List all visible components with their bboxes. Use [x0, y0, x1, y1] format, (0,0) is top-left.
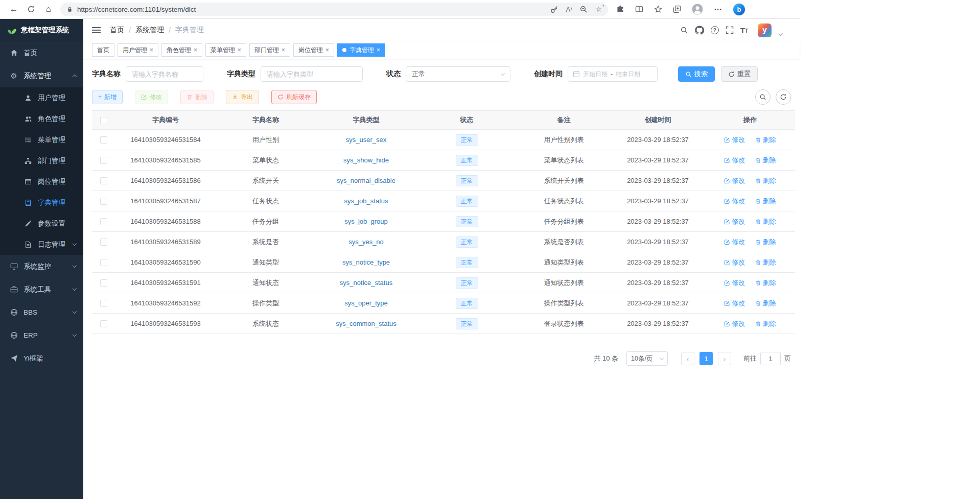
search-button[interactable]: 搜索 [678, 66, 715, 82]
date-range-picker[interactable]: 开始日期 - 结束日期 [568, 66, 658, 82]
tab-menu-mgmt[interactable]: 菜单管理× [205, 43, 246, 57]
tab-home[interactable]: 首页 [92, 43, 114, 57]
dict-type-link[interactable]: sys_yes_no [348, 238, 384, 246]
row-checkbox[interactable] [100, 157, 107, 164]
sidebar-item-system-tools[interactable]: 系统工具 [0, 278, 83, 301]
row-delete-link[interactable]: 删除 [755, 258, 776, 267]
status-select[interactable]: 正常 [406, 66, 510, 82]
row-delete-link[interactable]: 删除 [755, 237, 776, 247]
row-checkbox[interactable] [100, 136, 107, 144]
close-icon[interactable]: × [325, 47, 329, 53]
close-icon[interactable]: × [194, 47, 197, 53]
row-checkbox[interactable] [100, 279, 107, 287]
sidebar-item-system-mgmt[interactable]: ⚙ 系统管理 [0, 64, 83, 87]
sidebar-item-erp[interactable]: ERP [0, 324, 83, 347]
row-edit-link[interactable]: 修改 [724, 258, 745, 267]
row-edit-link[interactable]: 修改 [724, 299, 745, 308]
password-key-icon[interactable] [550, 5, 558, 13]
goto-page-input[interactable] [760, 352, 781, 365]
row-edit-link[interactable]: 修改 [724, 176, 745, 185]
tab-role-mgmt[interactable]: 角色管理× [161, 43, 202, 57]
sidebar-item-home[interactable]: 首页 [0, 41, 83, 64]
date-start-placeholder[interactable]: 开始日期 [583, 70, 608, 79]
reload-button[interactable] [22, 2, 40, 16]
github-icon[interactable] [695, 26, 704, 35]
sidebar-item-yi-framework[interactable]: Yi框架 [0, 347, 83, 370]
row-edit-link[interactable]: 修改 [724, 278, 745, 288]
sidebar-item-post-mgmt[interactable]: 岗位管理 [0, 171, 83, 192]
row-checkbox[interactable] [100, 239, 107, 246]
favorites-icon[interactable] [654, 5, 662, 13]
date-end-placeholder[interactable]: 结束日期 [616, 70, 640, 79]
row-edit-link[interactable]: 修改 [724, 197, 745, 206]
page-size-select[interactable]: 10条/页 [626, 351, 668, 366]
dict-type-link[interactable]: sys_common_status [336, 320, 396, 327]
row-delete-link[interactable]: 删除 [755, 299, 776, 308]
row-delete-link[interactable]: 删除 [755, 156, 776, 165]
tab-dept-mgmt[interactable]: 部门管理× [249, 43, 290, 57]
browser-home-button[interactable]: ⌂ [40, 2, 57, 16]
address-bar[interactable]: https://ccnetcore.com:1101/system/dict A… [60, 3, 608, 16]
url-text[interactable]: https://ccnetcore.com:1101/system/dict [77, 6, 546, 13]
fullscreen-icon[interactable] [726, 26, 734, 34]
sidebar-item-bbs[interactable]: BBS [0, 301, 83, 324]
sidebar-item-menu-mgmt[interactable]: 菜单管理 [0, 129, 83, 150]
export-button[interactable]: 导出 [226, 90, 259, 104]
reset-button[interactable]: 重置 [721, 66, 758, 82]
user-avatar[interactable]: y [758, 23, 772, 37]
sidebar-item-role-mgmt[interactable]: 角色管理 [0, 108, 83, 129]
row-edit-link[interactable]: 修改 [724, 156, 745, 165]
lock-icon[interactable] [66, 6, 73, 13]
delete-button[interactable]: 删除 [180, 90, 214, 104]
add-favorite-icon[interactable]: ☆+ [595, 6, 602, 13]
tab-user-mgmt[interactable]: 用户管理× [118, 43, 158, 57]
dict-type-input[interactable] [261, 66, 363, 82]
refresh-cache-button[interactable]: 刷新缓存 [271, 90, 317, 104]
next-page-button[interactable]: › [718, 352, 731, 365]
row-delete-link[interactable]: 删除 [755, 278, 776, 288]
row-edit-link[interactable]: 修改 [724, 217, 745, 226]
close-icon[interactable]: × [150, 47, 153, 53]
row-delete-link[interactable]: 删除 [755, 197, 776, 206]
row-checkbox[interactable] [100, 198, 107, 205]
dict-type-link[interactable]: sys_notice_type [342, 258, 390, 266]
row-edit-link[interactable]: 修改 [724, 319, 745, 328]
row-checkbox[interactable] [100, 300, 107, 307]
refresh-table-button[interactable] [776, 89, 791, 105]
row-checkbox[interactable] [100, 177, 107, 184]
browser-menu-icon[interactable]: … [714, 8, 722, 11]
show-search-toggle-button[interactable] [755, 89, 771, 105]
copilot-bing-icon[interactable]: b [733, 4, 745, 15]
profile-avatar[interactable] [692, 4, 703, 15]
tab-post-mgmt[interactable]: 岗位管理× [293, 43, 334, 57]
app-logo-link[interactable]: 意框架管理系统 [0, 19, 83, 41]
back-button[interactable]: ← [5, 2, 22, 16]
sidebar-item-system-monitor[interactable]: 系统监控 [0, 255, 83, 278]
chevron-down-icon[interactable] [779, 31, 783, 35]
tab-dict-mgmt[interactable]: 字典管理× [337, 43, 385, 57]
dict-type-link[interactable]: sys_job_group [344, 218, 388, 225]
row-checkbox[interactable] [100, 320, 107, 327]
row-delete-link[interactable]: 删除 [755, 135, 776, 145]
split-screen-icon[interactable] [635, 5, 643, 13]
current-page-button[interactable]: 1 [699, 352, 713, 365]
close-icon[interactable]: × [238, 47, 241, 53]
dict-type-link[interactable]: sys_normal_disable [337, 177, 395, 184]
sidebar-item-param-settings[interactable]: 参数设置 [0, 213, 83, 234]
font-size-icon[interactable]: TT [740, 27, 748, 34]
row-delete-link[interactable]: 删除 [755, 176, 776, 185]
sidebar-item-log-mgmt[interactable]: 日志管理 [0, 234, 83, 255]
edit-button[interactable]: 修改 [135, 90, 168, 104]
select-all-checkbox[interactable] [100, 117, 107, 124]
row-delete-link[interactable]: 删除 [755, 217, 776, 226]
search-icon[interactable] [680, 26, 688, 34]
dict-type-link[interactable]: sys_job_status [344, 197, 388, 205]
sidebar-item-user-mgmt[interactable]: 用户管理 [0, 87, 83, 108]
breadcrumb-system[interactable]: 系统管理 [135, 26, 164, 35]
dict-type-link[interactable]: sys_notice_status [340, 279, 392, 287]
row-edit-link[interactable]: 修改 [724, 135, 745, 145]
row-edit-link[interactable]: 修改 [724, 237, 745, 247]
row-delete-link[interactable]: 删除 [755, 319, 776, 328]
read-aloud-icon[interactable]: A⁾ [566, 6, 572, 13]
zoom-out-icon[interactable] [579, 5, 588, 13]
